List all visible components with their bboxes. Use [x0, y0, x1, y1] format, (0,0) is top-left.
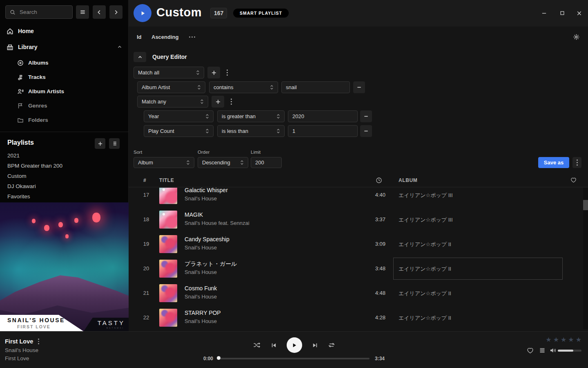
rule3-operator-select[interactable]: is less than: [217, 125, 285, 137]
now-playing-album[interactable]: First Love: [5, 355, 29, 361]
track-title[interactable]: Cosmo Funk: [185, 285, 217, 292]
track-cover-art[interactable]: [159, 309, 177, 327]
remove-rule2-button[interactable]: [360, 110, 372, 122]
volume-slider[interactable]: [558, 350, 581, 352]
seek-handle[interactable]: [217, 356, 220, 360]
playlist-item-dj-okawari[interactable]: DJ Okawari: [7, 183, 36, 190]
sidebar-item-albums[interactable]: Albums: [17, 58, 49, 68]
table-row[interactable]: 17 Galactic Whisper Snail's House 4:40 エ…: [129, 188, 588, 207]
track-cover-art[interactable]: [159, 260, 177, 278]
maximize-button[interactable]: [559, 10, 566, 16]
track-title[interactable]: STARRY POP: [185, 310, 221, 316]
track-artist[interactable]: Snail's House: [185, 294, 217, 300]
now-playing-artwork[interactable]: SNAIL'S HOUSE FIRST LOVE TASTY BSTNMXI: [0, 202, 129, 331]
queue-button[interactable]: [539, 347, 546, 354]
search-input-container[interactable]: [5, 5, 73, 19]
order-select[interactable]: Descending: [198, 157, 248, 168]
track-album[interactable]: エイリアン☆ポップ III: [399, 216, 453, 224]
sidebar-item-tracks[interactable]: Tracks: [17, 72, 46, 82]
nav-back-button[interactable]: [93, 5, 106, 19]
track-cover-art[interactable]: [159, 188, 177, 204]
track-cover-art[interactable]: [159, 284, 177, 302]
repeat-button[interactable]: [328, 342, 335, 348]
table-row[interactable]: 19 Candy Spaceship Snail's House 3:09 エイ…: [129, 232, 588, 256]
star-icon[interactable]: ★: [568, 336, 574, 343]
sidebar-item-library[interactable]: Library: [7, 42, 122, 52]
remove-rule3-button[interactable]: [360, 125, 372, 137]
match-type-select-group2[interactable]: Match any: [137, 96, 208, 108]
rule1-field-select[interactable]: Album Artist: [137, 81, 205, 93]
track-title[interactable]: プラネット・ガール: [185, 260, 237, 268]
track-artist[interactable]: Snail's House: [185, 269, 217, 275]
playlist-item-2021[interactable]: 2021: [7, 153, 20, 159]
remove-rule1-button[interactable]: [353, 81, 365, 93]
star-icon[interactable]: ★: [553, 336, 559, 343]
track-title[interactable]: Candy Spaceship: [185, 236, 229, 242]
column-index[interactable]: #: [143, 177, 146, 183]
sort-order-chip[interactable]: Ascending: [151, 27, 178, 47]
sidebar-item-folders[interactable]: Folders: [17, 115, 48, 125]
rule1-operator-select[interactable]: contains: [209, 81, 278, 93]
sidebar-item-genres[interactable]: Genres: [17, 101, 47, 111]
rule1-value-input[interactable]: snail: [281, 81, 350, 93]
sort-select[interactable]: Album: [134, 157, 194, 168]
table-row[interactable]: 20 プラネット・ガール Snail's House 3:48 エイリアン☆ポッ…: [129, 256, 588, 281]
collapse-chevron-icon[interactable]: [117, 45, 122, 49]
track-album[interactable]: エイリアン☆ポップ III: [399, 192, 453, 199]
add-playlist-button[interactable]: [95, 138, 105, 149]
match-type-select-group1[interactable]: Match all: [134, 67, 204, 79]
scrollbar-thumb[interactable]: [583, 200, 588, 210]
close-button[interactable]: [576, 10, 582, 16]
play-playlist-button[interactable]: [134, 4, 151, 22]
group1-options-kebab[interactable]: [224, 67, 230, 79]
track-album[interactable]: エイリアン☆ポップ II: [399, 314, 451, 322]
star-icon[interactable]: ★: [546, 336, 551, 343]
add-rule-button-group2[interactable]: [212, 96, 224, 108]
playlist-item-favorites[interactable]: Favorites: [7, 193, 30, 200]
playlist-item-custom[interactable]: Custom: [7, 173, 27, 180]
column-title[interactable]: TITLE: [159, 177, 174, 183]
rule3-field-select[interactable]: Play Count: [144, 125, 214, 137]
star-icon[interactable]: ★: [576, 336, 581, 343]
sidebar-item-home[interactable]: Home: [7, 26, 122, 36]
favorite-heart-button[interactable]: [527, 347, 534, 354]
track-album[interactable]: エイリアン☆ポップ II: [399, 241, 451, 248]
previous-track-button[interactable]: [271, 342, 277, 348]
table-row[interactable]: 18 MAGIK Snail's House feat. Sennzai 3:3…: [129, 207, 588, 232]
track-album[interactable]: エイリアン☆ポップ II: [399, 290, 451, 297]
track-cover-art[interactable]: [159, 235, 177, 253]
next-track-button[interactable]: [312, 342, 318, 348]
track-artist[interactable]: Snail's House feat. Sennzai: [185, 220, 249, 226]
track-cover-art[interactable]: [159, 211, 177, 229]
rule2-value-input[interactable]: 2020: [288, 110, 358, 122]
save-as-button[interactable]: Save as: [538, 157, 569, 168]
seek-bar[interactable]: [218, 358, 370, 359]
query-editor-collapse-button[interactable]: [134, 52, 146, 62]
column-album[interactable]: ALBUM: [399, 177, 417, 183]
save-options-kebab[interactable]: [572, 157, 581, 168]
volume-icon[interactable]: [550, 347, 557, 354]
add-rule-button-group1[interactable]: [207, 67, 220, 79]
play-pause-button[interactable]: [287, 337, 302, 353]
star-icon[interactable]: ★: [561, 336, 566, 343]
playlist-list-view-button[interactable]: [109, 138, 120, 149]
menu-button[interactable]: [76, 5, 89, 19]
favorite-heart-icon[interactable]: [570, 177, 577, 183]
track-title[interactable]: Galactic Whisper: [185, 188, 228, 193]
search-input[interactable]: [19, 9, 68, 16]
table-row[interactable]: 22 STARRY POP Snail's House 4:28 エイリアン☆ポ…: [129, 305, 588, 329]
vertical-scrollbar[interactable]: [583, 188, 588, 329]
group2-options-kebab[interactable]: [228, 96, 234, 108]
more-options-button[interactable]: [189, 27, 195, 47]
table-row[interactable]: 21 Cosmo Funk Snail's House 4:48 エイリアン☆ポ…: [129, 281, 588, 305]
rule2-field-select[interactable]: Year: [144, 110, 214, 122]
nav-forward-button[interactable]: [109, 5, 122, 19]
rule2-operator-select[interactable]: is greater than: [217, 110, 285, 122]
shuffle-button[interactable]: [253, 342, 261, 348]
rule3-value-input[interactable]: 1: [288, 125, 358, 137]
settings-gear-icon[interactable]: [573, 34, 580, 40]
playlist-item-bpm-greater-than-200[interactable]: BPM Greater than 200: [7, 163, 62, 170]
track-artist[interactable]: Snail's House: [185, 245, 217, 251]
minimize-button[interactable]: [541, 10, 547, 16]
sort-field-chip[interactable]: Id: [137, 27, 142, 47]
